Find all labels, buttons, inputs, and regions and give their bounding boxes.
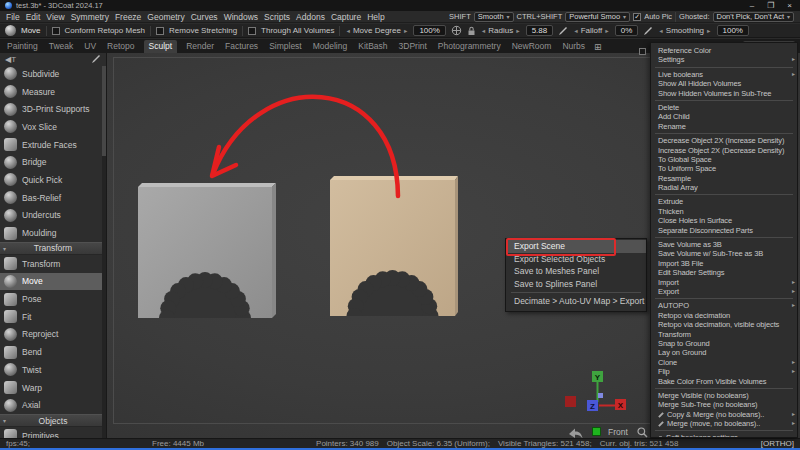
menu-item-lay-on-ground[interactable]: Lay on Ground xyxy=(651,348,797,357)
tool-bas-relief[interactable]: Bas-Relief xyxy=(0,189,106,207)
move-degree-stepper[interactable]: ◄ Move Degree ► xyxy=(345,26,408,35)
menu-help[interactable]: Help xyxy=(367,12,384,22)
step-left-icon[interactable]: ◄ xyxy=(658,28,663,34)
menu-item-retopo-via-decimation[interactable]: Retopo via decimation xyxy=(651,311,797,320)
menu-item-bake-color-visible-volumes[interactable]: Bake Color From Visible Volumes xyxy=(651,377,797,386)
step-right-icon[interactable]: ► xyxy=(515,28,520,34)
menu-item-close-holes-in-surface[interactable]: Close Holes in Surface xyxy=(651,216,797,225)
menu-item-import-3b-file[interactable]: Import 3B File xyxy=(651,259,797,268)
menu-item-increase-object-2x[interactable]: Increase Object 2X (Decrease Density) xyxy=(651,146,797,155)
tab-uv[interactable]: UV xyxy=(82,40,98,53)
menu-item-autopo[interactable]: AUTOPO▸ xyxy=(651,301,797,310)
remove-stretching-checkbox[interactable] xyxy=(156,27,164,35)
tool-primitives[interactable]: Primitives xyxy=(0,427,106,438)
minimize-icon[interactable]: – xyxy=(750,1,754,10)
tab-modeling[interactable]: Modeling xyxy=(311,40,350,53)
menu-file[interactable]: File xyxy=(6,12,20,22)
tab-retopo[interactable]: Retopo xyxy=(105,40,136,53)
step-right-icon[interactable]: ► xyxy=(604,28,609,34)
tan-block[interactable] xyxy=(330,176,458,324)
menu-windows[interactable]: Windows xyxy=(224,12,258,22)
view-cube-button[interactable] xyxy=(592,427,601,436)
close-icon[interactable]: × xyxy=(787,1,792,10)
tool-reproject[interactable]: Reproject xyxy=(0,326,106,344)
menu-curves[interactable]: Curves xyxy=(191,12,218,22)
tool-quick-pick[interactable]: Quick Pick xyxy=(0,171,106,189)
tool-undercuts[interactable]: Undercuts xyxy=(0,207,106,225)
menu-item-extrude[interactable]: Extrude xyxy=(651,197,797,206)
radius-stepper[interactable]: ◄ Radius ► xyxy=(481,26,521,35)
tab-factures[interactable]: Factures xyxy=(223,40,260,53)
menu-item-rename[interactable]: Rename xyxy=(651,122,797,131)
menu-item-reference-color[interactable]: Reference Color xyxy=(651,46,797,55)
menu-item-delete[interactable]: Delete xyxy=(651,103,797,112)
axis-gizmo[interactable]: Y Z X xyxy=(559,368,629,414)
section-transform[interactable]: ▾Transform xyxy=(0,242,106,255)
undo-arrow-icon[interactable] xyxy=(566,427,584,438)
tool-vox-slice[interactable]: Vox Slice xyxy=(0,118,106,136)
menu-freeze[interactable]: Freeze xyxy=(115,12,141,22)
tool-move[interactable]: Move xyxy=(0,273,106,291)
shift-brush-dropdown[interactable]: Smooth ▾ xyxy=(474,12,514,22)
menu-item-separate-disconnected-parts[interactable]: Separate Disconnected Parts xyxy=(651,226,797,235)
pen-icon[interactable] xyxy=(91,54,101,64)
tab-simplest[interactable]: Simplest xyxy=(267,40,304,53)
step-right-icon[interactable]: ► xyxy=(706,28,711,34)
section-objects[interactable]: ▾Objects xyxy=(0,414,106,427)
menu-item-radial-array[interactable]: Radial Array xyxy=(651,183,797,192)
menu-item-export-scene[interactable]: Export Scene xyxy=(506,240,646,253)
tool-moulding[interactable]: Moulding xyxy=(0,224,106,242)
lock-icon[interactable] xyxy=(467,26,476,36)
menu-item-export[interactable]: Export▸ xyxy=(651,287,797,296)
menu-item-decrease-object-2x[interactable]: Decrease Object 2X (Increase Density) xyxy=(651,136,797,145)
gray-block[interactable] xyxy=(138,183,276,326)
move-degree-value[interactable]: 100% xyxy=(413,25,445,36)
through-volumes-checkbox[interactable] xyxy=(248,27,256,35)
maximize-icon[interactable]: ❐ xyxy=(767,1,774,10)
radius-value[interactable]: 5.88 xyxy=(526,25,554,36)
menu-item-flip[interactable]: Flip▸ xyxy=(651,367,797,376)
panel-collapse-icon[interactable]: ◀T xyxy=(5,55,16,64)
add-workspace-icon[interactable]: ⊞ xyxy=(594,42,602,53)
tool-measure[interactable]: Measure xyxy=(0,83,106,101)
menu-addons[interactable]: Addons xyxy=(296,12,325,22)
menu-item-clone[interactable]: Clone▸ xyxy=(651,358,797,367)
menu-item-show-all-hidden-volumes[interactable]: Show All Hidden Volumes xyxy=(651,79,797,88)
tool-warp[interactable]: Warp xyxy=(0,379,106,397)
magnifier-icon[interactable] xyxy=(637,427,648,438)
menu-item-merge-subtree[interactable]: Merge Sub-Tree (no booleans) xyxy=(651,400,797,409)
conform-retopo-checkbox[interactable] xyxy=(52,27,60,35)
falloff-value[interactable]: 0% xyxy=(615,25,639,36)
menu-scripts[interactable]: Scripts xyxy=(264,12,290,22)
falloff-stepper[interactable]: ◄ Falloff ► xyxy=(573,26,610,35)
tool-fit[interactable]: Fit xyxy=(0,308,106,326)
auto-pick-checkbox[interactable]: ✓ xyxy=(633,13,641,21)
menu-item-snap-to-ground[interactable]: Snap to Ground xyxy=(651,339,797,348)
navigate-icon[interactable] xyxy=(451,25,462,36)
pen-curve-icon[interactable] xyxy=(558,26,568,36)
menu-item-thicken[interactable]: Thicken xyxy=(651,207,797,216)
step-left-icon[interactable]: ◄ xyxy=(345,28,350,34)
menu-symmetry[interactable]: Symmetry xyxy=(71,12,109,22)
tool-axial[interactable]: Axial xyxy=(0,396,106,414)
tool-pose[interactable]: Pose xyxy=(0,290,106,308)
tool-bridge[interactable]: Bridge xyxy=(0,153,106,171)
panel-checkbox[interactable] xyxy=(639,48,646,55)
step-left-icon[interactable]: ◄ xyxy=(481,28,486,34)
menu-view[interactable]: View xyxy=(46,12,64,22)
menu-capture[interactable]: Capture xyxy=(331,12,361,22)
tab-photogrammetry[interactable]: Photogrammetry xyxy=(436,40,503,53)
menu-item-save-volume-as-3b[interactable]: Save Volume as 3B xyxy=(651,240,797,249)
menu-item-save-to-splines-panel[interactable]: Save to Splines Panel xyxy=(506,278,646,291)
menu-item-resample[interactable]: Resample xyxy=(651,174,797,183)
tab-kitbash[interactable]: KitBash xyxy=(356,40,389,53)
step-right-icon[interactable]: ► xyxy=(403,28,408,34)
tab-render[interactable]: Render xyxy=(184,40,216,53)
tool-transform[interactable]: Transform xyxy=(0,255,106,273)
menu-item-show-hidden-volumes-subtree[interactable]: Show Hidden Volumes in Sub-Tree xyxy=(651,89,797,98)
tool-panel-scrollbar[interactable] xyxy=(102,66,106,438)
smoothing-value[interactable]: 100% xyxy=(717,25,749,36)
tab-3dprint[interactable]: 3DPrint xyxy=(397,40,429,53)
tool-twist[interactable]: Twist xyxy=(0,361,106,379)
menu-edit[interactable]: Edit xyxy=(26,12,41,22)
